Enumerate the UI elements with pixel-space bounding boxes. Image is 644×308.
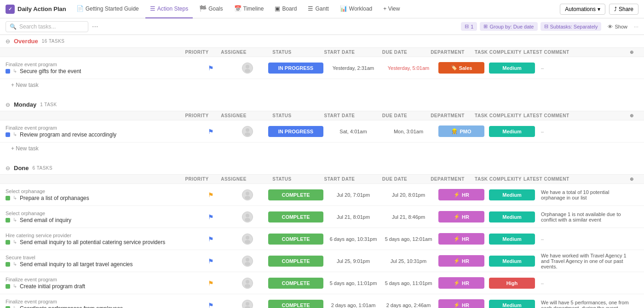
subtasks-button[interactable]: ⊟ Subtasks: Separately xyxy=(540,22,602,31)
task-name[interactable]: ↳ Send email inquiry to all potential ca… xyxy=(6,239,192,245)
tab-getting-started[interactable]: 📄 Getting Started Guide xyxy=(72,0,144,18)
priority-cell[interactable]: ⚑ xyxy=(192,235,229,243)
col-header-comment: LATEST COMMENT xyxy=(523,177,625,182)
col-header-add[interactable]: ⊕ xyxy=(625,50,638,55)
task-name[interactable]: ↳ Review program and revise accordingly xyxy=(6,131,192,138)
due-date-cell: Yesterday, 5:01am xyxy=(381,65,436,71)
task-parent-label: Finalize event program xyxy=(6,299,192,304)
task-color-dot xyxy=(6,218,10,222)
table-row: Select orphanage ↳ Prepare a list of orp… xyxy=(0,184,644,206)
start-date-cell: Sat, 4:01am xyxy=(326,129,381,134)
assignee-cell[interactable] xyxy=(229,278,266,289)
dept-label: PMO xyxy=(460,129,471,134)
search-box[interactable]: 🔍 Search tasks... xyxy=(6,21,88,32)
tab-action-steps[interactable]: ☰ Action Steps xyxy=(145,0,193,18)
priority-flag-icon: ⚑ xyxy=(208,302,214,308)
priority-cell[interactable]: ⚑ xyxy=(192,279,229,287)
status-cell: COMPLETE xyxy=(266,188,326,201)
priority-cell[interactable]: ⚑ xyxy=(192,191,229,199)
priority-cell[interactable]: ⚑ xyxy=(192,128,229,135)
priority-cell[interactable]: ⚑ xyxy=(192,64,229,72)
section-toggle-done[interactable]: ⊖ xyxy=(6,165,10,171)
dept-emoji: ⚡ xyxy=(454,258,460,264)
department-cell: 👷 PMO xyxy=(436,125,487,138)
department-cell: ⚡ HR xyxy=(436,254,487,268)
section-count-monday: 1 TASK xyxy=(40,102,57,107)
department-cell: 🏷️ Sales xyxy=(436,61,487,74)
show-button[interactable]: 👁 Show xyxy=(604,23,631,31)
assignee-cell[interactable] xyxy=(229,211,266,222)
group-by-button[interactable]: ⊞ Group by: Due date xyxy=(480,22,537,31)
assignee-cell[interactable] xyxy=(229,234,266,245)
comment-cell: – xyxy=(537,280,638,286)
group-icon: ⊞ xyxy=(483,23,488,29)
task-name[interactable]: ↳ Prepare a list of orphanages xyxy=(6,195,192,201)
start-date-cell: 2 days ago, 1:01am xyxy=(326,302,381,308)
comment-cell: – xyxy=(537,129,638,134)
task-name-text: Create initial program draft xyxy=(20,283,85,290)
tab-timeline[interactable]: 📅 Timeline xyxy=(230,0,269,18)
tab-add-view[interactable]: + View xyxy=(379,0,404,18)
due-date-cell: Jul 20, 8:01pm xyxy=(381,192,436,198)
task-parent-label: Select orphanage xyxy=(6,188,192,194)
filter-button[interactable]: ⊟ 1 xyxy=(461,22,477,31)
svg-point-14 xyxy=(246,302,249,306)
avatar xyxy=(242,278,253,289)
task-cell: Finalize event program ↳ Create initial … xyxy=(6,277,192,290)
automations-button[interactable]: Automations ▾ xyxy=(560,4,605,15)
priority-flag-icon: ⚑ xyxy=(208,257,214,265)
priority-cell[interactable]: ⚑ xyxy=(192,302,229,308)
svg-point-8 xyxy=(246,236,249,240)
col-header-add[interactable]: ⊕ xyxy=(625,177,638,182)
status-badge: COMPLETE xyxy=(268,256,323,267)
toolbar-more-button[interactable]: ··· xyxy=(92,23,98,31)
col-header-status: STATUS xyxy=(252,113,312,118)
new-task-button-monday[interactable]: + New task xyxy=(11,145,39,152)
table-row: Finalize event program ↳ Secure gifts fo… xyxy=(0,57,644,79)
task-name[interactable]: ↳ Create initial program draft xyxy=(6,283,192,290)
toolbar-right: ⊟ 1 ⊞ Group by: Due date ⊟ Subtasks: Sep… xyxy=(461,22,638,31)
assignee-cell[interactable] xyxy=(229,300,266,308)
comment-cell: – xyxy=(537,65,638,71)
priority-flag-icon: ⚑ xyxy=(208,213,214,221)
assignee-cell[interactable] xyxy=(229,126,266,137)
nav-right: Automations ▾ ⤴ Share xyxy=(560,4,638,15)
tab-board[interactable]: ▣ Board xyxy=(270,0,301,18)
tab-workload[interactable]: 📊 Workload xyxy=(335,0,377,18)
section-toggle-monday[interactable]: ⊖ xyxy=(6,102,10,108)
section-toggle-overdue[interactable]: ⊖ xyxy=(6,38,10,45)
goals-icon: 🏁 xyxy=(199,5,207,12)
comment-cell: We have worked with Travel Agency 1 and … xyxy=(537,253,638,269)
tab-goals[interactable]: 🏁 Goals xyxy=(195,0,227,18)
share-button[interactable]: ⤴ Share xyxy=(609,4,638,15)
task-color-dot xyxy=(6,196,10,200)
task-name[interactable]: ↳ Coordinate performances from employees xyxy=(6,305,192,308)
task-subtask-icon: ↳ xyxy=(13,217,17,223)
tab-timeline-label: Timeline xyxy=(243,6,264,12)
col-header-priority: PRIORITY xyxy=(178,113,215,118)
status-badge: COMPLETE xyxy=(268,211,323,222)
assignee-cell[interactable] xyxy=(229,63,266,74)
task-parent-label: Finalize event program xyxy=(6,277,192,282)
complexity-badge: High xyxy=(489,278,535,289)
col-header-add[interactable]: ⊕ xyxy=(625,113,638,118)
priority-cell[interactable]: ⚑ xyxy=(192,257,229,265)
priority-cell[interactable]: ⚑ xyxy=(192,213,229,221)
task-name[interactable]: ↳ Send email inquiry to all target trave… xyxy=(6,261,192,268)
toolbar-options-icon[interactable]: ··· xyxy=(634,23,638,30)
section-spacer xyxy=(0,156,644,162)
comment-dash: – xyxy=(541,129,544,134)
table-container: ⊖ Overdue 16 TASKS PRIORITY ASSIGNEE STA… xyxy=(0,35,644,308)
start-date-cell: 5 days ago, 11:01pm xyxy=(326,280,381,286)
table-row: Finalize event program ↳ Coordinate perf… xyxy=(0,294,644,308)
task-name[interactable]: ↳ Send email of inquiry xyxy=(6,217,192,223)
task-name[interactable]: ↳ Secure gifts for the event xyxy=(6,68,192,74)
new-task-button-overdue[interactable]: + New task xyxy=(11,82,39,88)
tab-gantt[interactable]: ☰ Gantt xyxy=(303,0,333,18)
assignee-cell[interactable] xyxy=(229,189,266,200)
assignee-cell[interactable] xyxy=(229,256,266,267)
section-count-overdue: 16 TASKS xyxy=(42,39,65,44)
col-header-start: START DATE xyxy=(312,50,367,55)
show-eye-icon: 👁 xyxy=(608,24,613,29)
section-title-monday: Monday xyxy=(14,101,36,108)
